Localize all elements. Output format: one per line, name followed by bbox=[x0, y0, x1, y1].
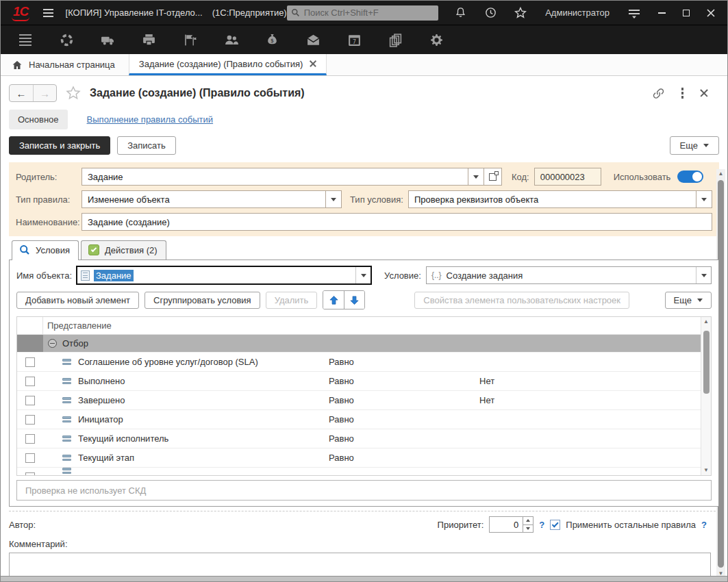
tab-conditions[interactable]: Условия bbox=[12, 240, 79, 260]
section-mail-button[interactable] bbox=[305, 31, 321, 48]
table-scrollbar[interactable]: ▲ ▼ bbox=[701, 317, 711, 475]
scroll-thumb[interactable] bbox=[703, 331, 710, 394]
conditions-more-button[interactable]: Еще bbox=[665, 292, 712, 309]
table-group-row[interactable]: Отбор bbox=[17, 335, 711, 353]
table-row[interactable]: Завершено Равно Нет bbox=[17, 391, 711, 410]
section-documents-button[interactable] bbox=[387, 31, 403, 48]
condition-type-combobox[interactable]: Проверка реквизитов объекта bbox=[408, 190, 712, 208]
apply-other-checkbox[interactable] bbox=[550, 520, 560, 530]
more-actions-button[interactable]: Еще bbox=[670, 136, 719, 155]
arrow-up-icon bbox=[329, 295, 339, 305]
table-row[interactable]: Текущий исполнитель Равно bbox=[17, 429, 711, 448]
maximize-button[interactable] bbox=[677, 5, 696, 21]
functions-menu-button[interactable] bbox=[17, 31, 34, 48]
condition-type-dropdown-button[interactable] bbox=[696, 191, 712, 207]
settings-button[interactable] bbox=[428, 31, 444, 48]
add-element-button[interactable]: Добавить новый элемент bbox=[16, 292, 139, 309]
move-down-button[interactable] bbox=[344, 291, 364, 309]
row-checkbox[interactable] bbox=[25, 453, 35, 463]
minimize-button[interactable] bbox=[652, 5, 671, 21]
table-row[interactable]: Соглашение об уровне услуг/договор (SLA)… bbox=[17, 353, 711, 372]
section-logistics-button[interactable] bbox=[99, 31, 116, 48]
condition-name: Текущий исполнитель bbox=[78, 433, 168, 444]
more-actions-label: Еще bbox=[680, 140, 698, 151]
close-window-button[interactable] bbox=[701, 5, 720, 21]
section-monitoring-button[interactable] bbox=[58, 31, 75, 48]
flags-icon bbox=[183, 33, 197, 47]
scroll-down-icon[interactable]: ▼ bbox=[703, 466, 709, 475]
spin-down-button[interactable] bbox=[523, 524, 533, 533]
spin-up-button[interactable] bbox=[523, 517, 533, 524]
code-field[interactable]: 000000023 bbox=[534, 168, 601, 186]
parent-combobox[interactable]: Задание bbox=[81, 168, 502, 186]
favorites-button[interactable] bbox=[512, 5, 529, 21]
object-name-combobox[interactable]: Задание bbox=[76, 266, 372, 285]
detail-tabs: Условия Действия (2) bbox=[9, 240, 719, 260]
row-checkbox[interactable] bbox=[25, 434, 35, 444]
section-money-button[interactable]: $ bbox=[264, 31, 280, 48]
favorite-star-icon[interactable] bbox=[65, 85, 81, 101]
row-checkbox[interactable] bbox=[25, 396, 35, 405]
move-up-button[interactable] bbox=[323, 291, 344, 309]
chevron-down-icon bbox=[361, 274, 366, 277]
parent-dropdown-button[interactable] bbox=[468, 168, 484, 185]
service-menu-button[interactable] bbox=[626, 5, 642, 21]
skd-note-field[interactable]: Проверка не использует СКД bbox=[16, 480, 712, 501]
table-row[interactable]: Инициатор Равно bbox=[17, 410, 711, 429]
delete-button[interactable]: Удалить bbox=[266, 292, 318, 309]
scroll-up-icon[interactable]: ▲ bbox=[703, 317, 709, 327]
close-form-icon[interactable] bbox=[700, 89, 708, 97]
condition-name: Завершено bbox=[78, 395, 125, 405]
user-name[interactable]: Администратор bbox=[545, 8, 610, 18]
condition-item-icon bbox=[62, 378, 71, 384]
tab-actions[interactable]: Действия (2) bbox=[81, 240, 166, 260]
row-checkbox[interactable] bbox=[25, 377, 35, 386]
tab-home[interactable]: Начальная страница bbox=[1, 54, 129, 75]
parent-open-button[interactable] bbox=[484, 168, 501, 185]
save-button[interactable]: Записать bbox=[117, 136, 176, 155]
table-row[interactable]: Текущий этап Равно bbox=[17, 448, 711, 468]
table-row-partial[interactable] bbox=[17, 468, 711, 475]
nav-link-rule-execution[interactable]: Выполнение правила событий bbox=[87, 114, 214, 125]
section-print-button[interactable] bbox=[140, 31, 157, 48]
group-conditions-button[interactable]: Сгруппировать условия bbox=[145, 292, 260, 309]
priority-spinner[interactable]: 0 bbox=[489, 516, 534, 533]
row-checkbox[interactable] bbox=[25, 472, 35, 475]
table-row[interactable]: Выполнено Равно Нет bbox=[17, 372, 711, 391]
section-staff-button[interactable] bbox=[223, 31, 239, 48]
condition-item-icon bbox=[62, 359, 71, 365]
object-name-dropdown-button[interactable] bbox=[355, 267, 371, 283]
condition-combobox[interactable]: {..} Создание задания bbox=[426, 266, 712, 284]
save-close-button[interactable]: Записать и закрыть bbox=[9, 136, 110, 155]
copy-link-icon[interactable] bbox=[652, 87, 665, 100]
apply-other-help-icon[interactable]: ? bbox=[701, 520, 707, 530]
conditions-panel: Имя объекта: Задание Условие: {..} Созда… bbox=[9, 260, 719, 507]
section-marketing-button[interactable] bbox=[181, 31, 198, 48]
condition-dropdown-button[interactable] bbox=[696, 267, 711, 283]
history-button[interactable] bbox=[482, 5, 499, 21]
use-toggle[interactable] bbox=[677, 170, 703, 183]
main-menu-icon[interactable] bbox=[43, 9, 53, 17]
crosshair-icon bbox=[60, 33, 74, 47]
nav-tab-main[interactable]: Основное bbox=[9, 110, 68, 129]
search-icon bbox=[291, 8, 300, 17]
row-checkbox[interactable] bbox=[25, 415, 35, 425]
section-divider bbox=[9, 511, 719, 511]
row-checkbox[interactable] bbox=[25, 357, 35, 367]
rule-type-combobox[interactable]: Изменение объекта bbox=[81, 190, 342, 208]
back-button[interactable]: ← bbox=[10, 85, 33, 101]
section-calendar-button[interactable]: 7 bbox=[346, 31, 362, 48]
name-input[interactable]: Задание (создание) bbox=[81, 213, 712, 231]
collapse-icon[interactable] bbox=[48, 339, 57, 348]
tab-close-icon[interactable] bbox=[310, 60, 316, 67]
more-menu-icon[interactable] bbox=[681, 88, 684, 99]
notifications-button[interactable] bbox=[452, 5, 468, 21]
user-settings-props-button[interactable]: Свойства элемента пользовательских настр… bbox=[414, 292, 629, 309]
global-search-input[interactable]: Поиск Ctrl+Shift+F bbox=[287, 5, 439, 21]
forward-button[interactable]: → bbox=[33, 85, 56, 101]
rule-type-dropdown-button[interactable] bbox=[325, 191, 341, 207]
tab-document[interactable]: Задание (создание) (Правило события) bbox=[129, 54, 327, 75]
form-scroll-up-icon[interactable]: ▲ bbox=[718, 169, 724, 179]
priority-help-icon[interactable]: ? bbox=[539, 520, 544, 530]
horizontal-scrollbar[interactable] bbox=[1, 576, 727, 581]
